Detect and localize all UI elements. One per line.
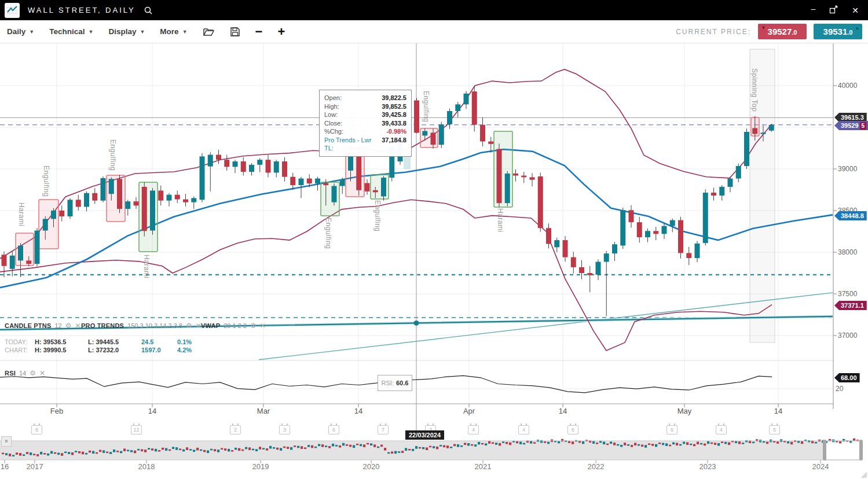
save-icon[interactable] — [230, 27, 240, 37]
calendar-marker-icon[interactable]: 6 — [31, 425, 42, 434]
more-menu[interactable]: More▼ — [160, 27, 187, 36]
calendar-marker-icon[interactable]: 5 — [769, 425, 780, 434]
chevron-down-icon: ▼ — [182, 29, 188, 35]
indicator-vwap-params: 20 1 2 3 — [224, 322, 247, 329]
sell-button[interactable]: ▼39527.0 — [758, 24, 807, 39]
search-icon[interactable] — [144, 6, 153, 15]
indicator-pro-trends-params: 150 3 10 2 14 2 3 8 — [127, 322, 182, 329]
indicator-candle-patterns-name: CANDLE PTNS — [5, 322, 51, 329]
display-menu[interactable]: Display▼ — [108, 27, 145, 36]
indicator-rsi-name: RSI — [5, 370, 16, 377]
gear-icon[interactable]: ⚙ — [250, 322, 257, 330]
calendar-marker-icon[interactable]: 12 — [131, 425, 142, 434]
zoom-in-button[interactable]: + — [277, 26, 285, 38]
popout-icon[interactable] — [829, 5, 838, 15]
calendar-marker-icon[interactable]: 2 — [230, 425, 241, 434]
close-icon[interactable]: ✕ — [852, 6, 859, 14]
indicator-pro-trends[interactable]: PRO TRENDS 150 3 10 2 14 2 3 8 ⚙ ✕ — [81, 322, 202, 330]
arrow-down-icon: ▼ — [761, 25, 766, 31]
calendar-marker-icon[interactable]: 4 — [716, 425, 727, 434]
calendar-marker-icon[interactable]: 6 — [328, 425, 339, 434]
chevron-down-icon: ▼ — [140, 29, 145, 35]
technical-menu[interactable]: Technical▼ — [49, 27, 93, 36]
arrow-up-icon: ▲ — [855, 25, 860, 31]
calendar-marker-icon[interactable]: 7 — [378, 425, 389, 434]
minimize-icon[interactable]: – — [811, 5, 815, 13]
chart-toolbar: Daily▼ Technical▼ Display▼ More▼ − + CUR… — [0, 20, 868, 43]
calendar-marker-icon[interactable]: 3 — [279, 425, 290, 434]
navigator-close-button[interactable]: ✕ — [1, 436, 12, 447]
indicator-candle-patterns-params: 12 — [54, 322, 61, 329]
chevron-down-icon: ▼ — [88, 29, 93, 35]
indicator-rsi-params: 14 — [19, 370, 26, 377]
indicator-rsi[interactable]: RSI 14 ⚙ ✕ — [5, 369, 45, 377]
zoom-out-button[interactable]: − — [255, 26, 263, 38]
price-chart-canvas[interactable] — [0, 0, 868, 479]
indicator-vwap[interactable]: VWAP 20 1 2 3 ⚙ ✕ — [201, 322, 266, 330]
close-icon[interactable]: ✕ — [75, 322, 80, 330]
chevron-down-icon: ▼ — [29, 29, 34, 35]
indicator-pro-trends-name: PRO TRENDS — [81, 322, 124, 329]
gear-icon[interactable]: ⚙ — [30, 369, 36, 377]
open-folder-icon[interactable] — [203, 27, 215, 37]
timeframe-menu[interactable]: Daily▼ — [7, 27, 34, 36]
gear-icon[interactable]: ⚙ — [65, 322, 72, 330]
close-icon[interactable]: ✕ — [260, 322, 266, 330]
indicator-candle-patterns[interactable]: CANDLE PTNS 12 ⚙ ✕ — [5, 322, 81, 330]
close-icon[interactable]: ✕ — [39, 369, 45, 377]
title-bar: WALL STREET, DAILY – ✕ — [0, 0, 868, 20]
calendar-marker-icon[interactable]: 4 — [518, 425, 529, 434]
calendar-marker-icon[interactable]: 6 — [567, 425, 578, 434]
chart-window: 40000390003850038000375003700039615.3395… — [0, 0, 868, 479]
calendar-marker-icon[interactable]: 6 — [666, 425, 677, 434]
chart-title: WALL STREET, DAILY — [28, 6, 135, 14]
calendar-marker-icon[interactable]: 3 — [425, 425, 436, 434]
calendar-marker-icon[interactable]: 4 — [468, 425, 479, 434]
gear-icon[interactable]: ⚙ — [186, 322, 192, 330]
app-logo-icon — [5, 3, 20, 18]
current-price-label: CURRENT PRICE: — [676, 28, 751, 36]
indicator-vwap-name: VWAP — [201, 322, 220, 329]
buy-button[interactable]: 39531.0▲ — [814, 24, 862, 39]
